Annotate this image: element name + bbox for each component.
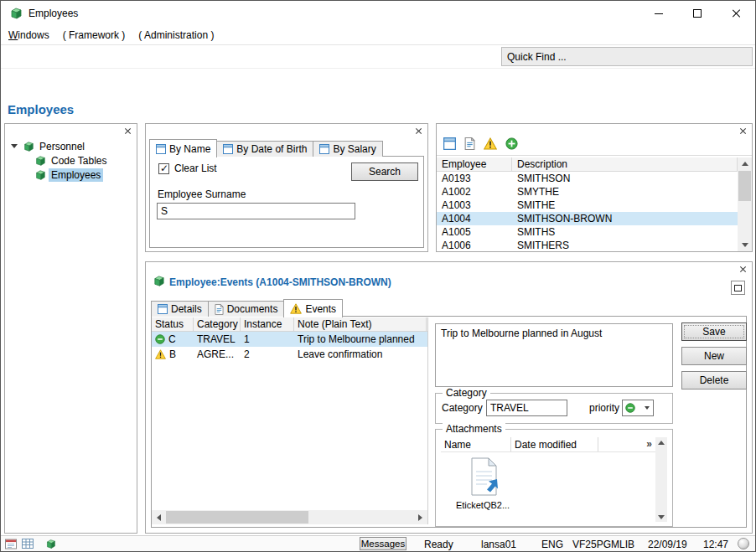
- vertical-scrollbar[interactable]: [738, 157, 752, 251]
- scrollbar-thumb[interactable]: [738, 171, 751, 201]
- column-header-name[interactable]: Name: [441, 437, 511, 451]
- column-header-date-modified[interactable]: Date modified: [511, 437, 598, 451]
- tab-by-salary[interactable]: By Salary: [313, 141, 382, 157]
- tab-by-name[interactable]: By Name: [149, 139, 217, 157]
- quick-find-input[interactable]: Quick Find ...: [501, 47, 753, 66]
- form-icon: [223, 144, 233, 154]
- priority-dropdown[interactable]: [622, 400, 654, 416]
- table-row-selected[interactable]: A1004 SMITHSON-BROWN: [437, 212, 738, 225]
- add-icon[interactable]: [505, 137, 518, 150]
- column-header-status[interactable]: Status: [152, 317, 194, 331]
- employee-list-panel: Employee Description A0193 SMITHSON A100…: [436, 123, 753, 252]
- window-title: Employees: [28, 8, 78, 19]
- calendar-icon[interactable]: [5, 538, 17, 549]
- search-button[interactable]: Search: [351, 163, 418, 181]
- scroll-up-icon[interactable]: [738, 157, 752, 170]
- category-input[interactable]: [486, 400, 567, 416]
- table-row[interactable]: A1003 SMITHE: [437, 199, 738, 212]
- column-header-description[interactable]: Description: [512, 157, 738, 171]
- messages-button[interactable]: Messages: [360, 537, 406, 550]
- table-row[interactable]: A0193 SMITHSON: [437, 172, 738, 185]
- tab-events[interactable]: Events: [283, 299, 343, 317]
- restore-button[interactable]: [731, 281, 745, 295]
- grid-view-icon[interactable]: [22, 538, 34, 549]
- warning-icon: [290, 303, 302, 314]
- search-tabstrip: By Name By Date of Birth By Salary: [149, 138, 382, 157]
- event-note-text[interactable]: Trip to Melbourne planned in August: [435, 323, 673, 387]
- scroll-down-icon[interactable]: [738, 239, 752, 251]
- close-icon: [731, 8, 741, 18]
- scroll-left-icon[interactable]: [152, 510, 166, 524]
- delete-button[interactable]: Delete: [681, 371, 747, 389]
- status-time: 12:47: [703, 539, 728, 550]
- title-bar: Employees: [1, 1, 755, 26]
- menu-windows[interactable]: Windows: [8, 26, 56, 44]
- employee-grid: Employee Description A0193 SMITHSON A100…: [437, 157, 738, 252]
- navigation-tree: Personnel Code Tables Employees: [5, 139, 137, 182]
- table-row[interactable]: A1002 SMYTHE: [437, 185, 738, 199]
- column-header-instance[interactable]: Instance: [241, 317, 294, 331]
- tree-item-code-tables[interactable]: Code Tables: [5, 153, 137, 168]
- panel-close-icon[interactable]: [124, 127, 132, 135]
- search-panel: By Name By Date of Birth By Salary Clear…: [145, 123, 428, 252]
- menu-administration[interactable]: ( Administration ): [132, 26, 220, 44]
- navigation-panel: Personnel Code Tables Employees: [4, 123, 137, 534]
- scrollbar-thumb[interactable]: [166, 511, 308, 524]
- status-date: 22/09/19: [648, 539, 687, 550]
- header-overflow-chevron[interactable]: »: [646, 438, 652, 450]
- event-row[interactable]: B AGRE... 2 Leave confirmation: [152, 347, 427, 362]
- tree-item-personnel[interactable]: Personnel: [5, 139, 137, 153]
- column-header-employee[interactable]: Employee: [437, 157, 512, 171]
- status-ok-icon: [625, 403, 635, 413]
- attachments-group-legend: Attachments: [443, 423, 505, 435]
- status-ok-icon: [155, 334, 165, 344]
- menu-bar: Windows ( Framework ) ( Administration ): [1, 26, 755, 45]
- close-button[interactable]: [717, 1, 755, 26]
- panel-close-icon[interactable]: [415, 127, 422, 135]
- page-title: Employees: [8, 102, 74, 116]
- category-group-legend: Category: [443, 387, 490, 399]
- green-cube-icon: [23, 141, 34, 152]
- new-button[interactable]: New: [681, 347, 747, 365]
- clear-list-option[interactable]: Clear List: [158, 163, 217, 174]
- tab-by-date-of-birth[interactable]: By Date of Birth: [216, 141, 313, 157]
- tree-item-label: Code Tables: [49, 154, 110, 168]
- document-icon[interactable]: [464, 137, 475, 150]
- green-cube-icon[interactable]: [45, 539, 56, 549]
- tab-details[interactable]: Details: [151, 301, 209, 317]
- tree-item-label-selected: Employees: [49, 168, 103, 182]
- attachments-scrollbar[interactable]: [655, 437, 667, 522]
- tree-expander-icon[interactable]: [11, 144, 18, 148]
- horizontal-scrollbar[interactable]: [152, 510, 427, 524]
- minimize-button[interactable]: [639, 1, 678, 26]
- warning-icon[interactable]: [484, 137, 497, 150]
- surname-input[interactable]: [157, 203, 355, 219]
- scroll-down-icon[interactable]: [655, 512, 667, 522]
- warning-icon: [155, 349, 166, 359]
- clear-list-checkbox[interactable]: [158, 163, 169, 174]
- scroll-up-icon[interactable]: [655, 437, 667, 447]
- column-header-category[interactable]: Category: [194, 317, 241, 331]
- events-grid-header: Status Category Instance Note (Plain Tex…: [152, 317, 427, 332]
- scroll-right-icon[interactable]: [413, 510, 427, 524]
- table-row[interactable]: A1005 SMITHS: [437, 225, 738, 239]
- menu-framework[interactable]: ( Framework ): [56, 26, 132, 44]
- column-header-note[interactable]: Note (Plain Text): [294, 317, 427, 331]
- app-window: Employees Windows ( Framework ) ( Admini…: [0, 0, 756, 552]
- tab-documents[interactable]: Documents: [208, 301, 285, 317]
- save-button[interactable]: Save: [681, 322, 747, 341]
- restore-icon: [734, 285, 742, 291]
- main-toolbar: Quick Find ...: [1, 45, 755, 69]
- green-cube-icon: [153, 275, 165, 287]
- panel-close-icon[interactable]: [739, 266, 747, 273]
- table-row[interactable]: A1006 SMITHERS: [437, 239, 738, 252]
- details-view-icon[interactable]: [443, 137, 456, 150]
- attachment-item[interactable]: EticketQB2...: [454, 457, 511, 510]
- search-tab-page: Clear List Search Employee Surname: [149, 156, 424, 248]
- clear-list-label: Clear List: [174, 163, 217, 174]
- event-row-selected[interactable]: C TRAVEL 1 Trip to Melbourne planned: [152, 332, 427, 347]
- tree-item-employees[interactable]: Employees: [5, 168, 137, 182]
- surname-label: Employee Surname: [158, 188, 246, 200]
- employee-events-panel: Employee:Events (A1004-SMITHSON-BROWN) D…: [145, 261, 753, 534]
- maximize-button[interactable]: [678, 1, 717, 26]
